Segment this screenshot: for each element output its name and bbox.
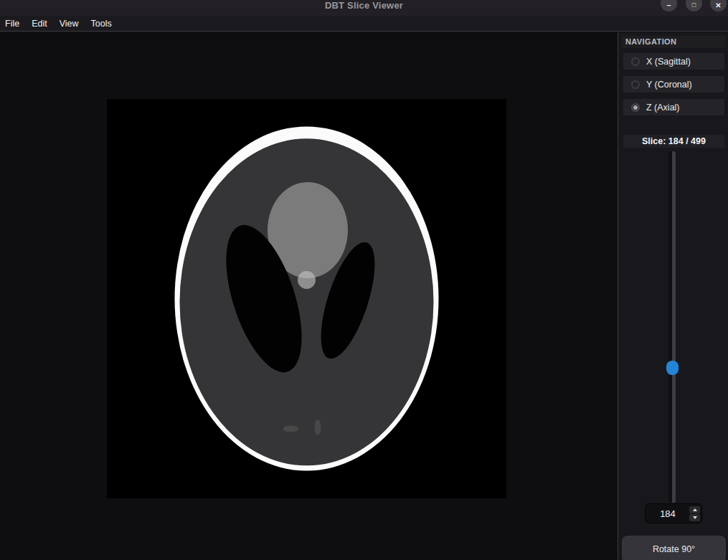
shepp-logan-phantom-image <box>107 99 506 498</box>
triangle-up-icon <box>693 508 697 511</box>
menu-bar: File Edit View Tools <box>0 16 728 32</box>
rotate-90-button[interactable]: Rotate 90° <box>622 536 726 560</box>
slice-number-input[interactable] <box>646 504 690 523</box>
axis-option-label: Y (Coronal) <box>646 80 692 90</box>
slice-counter-label: Slice: 184 / 499 <box>623 135 724 148</box>
menu-file[interactable]: File <box>5 19 19 29</box>
menu-edit[interactable]: Edit <box>32 19 47 29</box>
title-bar: DBT Slice Viewer – □ ✕ <box>0 0 728 16</box>
slice-spinbox <box>645 503 702 523</box>
radio-icon[interactable] <box>631 103 640 112</box>
axis-option-y-coronal[interactable]: Y (Coronal) <box>623 76 724 92</box>
spin-up-button[interactable] <box>689 506 700 513</box>
axis-option-z-axial[interactable]: Z (Axial) <box>623 99 724 115</box>
slice-canvas[interactable] <box>107 99 506 498</box>
phantom-bottom-spot-right <box>315 419 321 435</box>
radio-icon[interactable] <box>631 57 640 66</box>
axis-option-x-sagittal[interactable]: X (Sagittal) <box>623 53 724 70</box>
radio-icon[interactable] <box>631 80 640 89</box>
axis-option-label: X (Sagittal) <box>646 57 691 67</box>
viewer-area <box>0 32 618 560</box>
axis-option-label: Z (Axial) <box>646 103 680 113</box>
spin-down-button[interactable] <box>689 514 700 521</box>
sidebar-header: NAVIGATION <box>622 36 725 48</box>
slice-slider-track[interactable] <box>668 151 676 503</box>
navigation-sidebar: NAVIGATION X (Sagittal) Y (Coronal) Z (A… <box>618 32 728 560</box>
phantom-bottom-spot-left <box>283 426 299 432</box>
menu-view[interactable]: View <box>60 19 79 29</box>
slice-slider-handle[interactable] <box>666 361 679 375</box>
triangle-down-icon <box>693 516 697 519</box>
window-title: DBT Slice Viewer <box>0 0 728 14</box>
menu-tools[interactable]: Tools <box>91 19 112 29</box>
app-window: DBT Slice Viewer – □ ✕ File Edit View To… <box>0 0 728 560</box>
